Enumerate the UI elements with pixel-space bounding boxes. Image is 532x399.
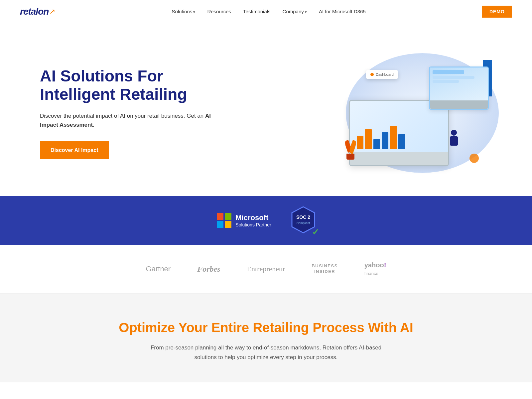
hero-content: AI Solutions For Intelligent Retailing D… — [40, 67, 213, 160]
nav-company[interactable]: Company — [283, 9, 307, 15]
logo-arrow: ↗ — [49, 7, 55, 16]
hero-section: AI Solutions For Intelligent Retailing D… — [0, 23, 532, 196]
laptop-base — [350, 152, 448, 165]
plant-illustration — [346, 140, 355, 160]
bottom-title: Optimize Your Entire Retailing Process W… — [20, 320, 512, 335]
ms-sq-blue — [217, 221, 223, 228]
media-logos-section: Gartner Forbes Entrepreneur BUSINESSINSI… — [0, 245, 532, 294]
floating-card: Dashboard — [366, 70, 398, 79]
nav-solutions[interactable]: Solutions — [172, 9, 196, 15]
laptop-chart — [357, 126, 405, 149]
nav-links: Solutions Resources Testimonials Company… — [172, 9, 366, 15]
forbes-logo: Forbes — [197, 265, 220, 274]
plant-pot — [346, 154, 354, 160]
monitor-illustration — [429, 66, 489, 110]
hero-title: AI Solutions For Intelligent Retailing — [40, 67, 213, 103]
navbar: retalon↗ Solutions Resources Testimonial… — [0, 0, 532, 23]
nav-ai-microsoft[interactable]: AI for Microsoft D365 — [319, 9, 366, 15]
bottom-section: Optimize Your Entire Retailing Process W… — [0, 294, 532, 382]
hero-description: Discover the potential impact of AI on y… — [40, 111, 213, 129]
ms-sq-red — [217, 213, 223, 220]
logo[interactable]: retalon↗ — [20, 6, 55, 17]
laptop-illustration — [349, 100, 449, 166]
microsoft-subtitle: Solutions Partner — [235, 222, 271, 227]
nav-resources[interactable]: Resources — [207, 9, 231, 15]
microsoft-partner: Microsoft Solutions Partner — [217, 213, 271, 228]
bottom-description: From pre-season planning all the way to … — [146, 343, 386, 362]
microsoft-text: Microsoft Solutions Partner — [235, 213, 271, 227]
entrepreneur-logo: Entrepreneur — [247, 265, 285, 273]
discover-ai-impact-button[interactable]: Discover AI Impact — [40, 141, 109, 159]
svg-marker-0 — [292, 207, 315, 233]
soc2-checkmark: ✓ — [312, 227, 319, 237]
partners-band: Microsoft Solutions Partner SOC 2 Compli… — [0, 196, 532, 245]
orange-circle-decoration — [469, 154, 479, 163]
nav-testimonials[interactable]: Testimonials — [243, 9, 271, 15]
business-insider-logo: BUSINESSINSIDER — [312, 263, 337, 275]
logo-text: retalon — [20, 6, 49, 17]
demo-button[interactable]: DEMO — [482, 6, 512, 18]
soc2-badge: SOC 2 Compliant ✓ — [291, 206, 315, 235]
person-illustration — [449, 130, 459, 150]
person-body — [450, 136, 458, 146]
ms-sq-yellow — [225, 221, 231, 228]
hero-illustration: Dashboard — [339, 50, 499, 176]
person-head — [451, 130, 457, 136]
card-indicator — [370, 73, 374, 76]
svg-text:SOC 2: SOC 2 — [296, 214, 310, 220]
plant-leaves — [346, 140, 355, 154]
microsoft-title: Microsoft — [235, 213, 271, 222]
gartner-logo: Gartner — [146, 265, 171, 273]
microsoft-logo — [217, 213, 231, 228]
ms-sq-green — [225, 213, 231, 220]
yahoo-finance-logo: yahoo!finance — [364, 261, 386, 277]
svg-text:Compliant: Compliant — [296, 221, 310, 225]
